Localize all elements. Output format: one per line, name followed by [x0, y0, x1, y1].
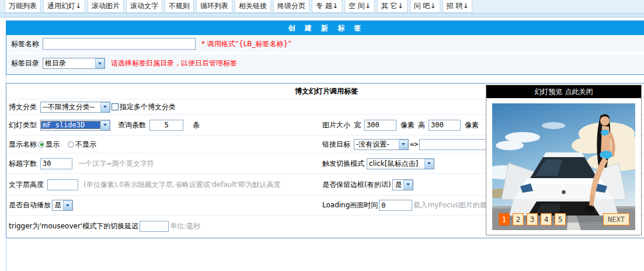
- pager-button-5[interactable]: 5: [555, 213, 566, 225]
- pager-next-button[interactable]: NEXT: [603, 213, 629, 225]
- menu-item-scroll-text[interactable]: 滚动文字: [126, 0, 162, 13]
- show-name-option-show: 显示: [46, 140, 60, 150]
- image-height-input[interactable]: [429, 120, 461, 131]
- chevron-down-icon: [424, 159, 434, 169]
- show-name-radio-hide[interactable]: [68, 141, 74, 148]
- query-count-unit: 条: [193, 120, 200, 130]
- menu-item-loop-list[interactable]: 循环列表: [196, 0, 232, 13]
- keep-border-select-value: 是: [393, 180, 403, 190]
- slide-type-select[interactable]: mF_slide3D: [40, 120, 110, 131]
- menu-item-universal-list[interactable]: 万能列表: [5, 0, 41, 13]
- chevron-down-icon: [100, 102, 110, 112]
- create-tag-box: 创 建 新 标 签 标签名称 * 调用格式“{LB_标签名称}” 标签目录 根目…: [6, 20, 644, 75]
- tag-dir-hint: 请选择标签归属目录，以便日后管理标签: [111, 58, 237, 68]
- slideshow-image[interactable]: [492, 103, 635, 230]
- trigger-mode-select[interactable]: click[鼠标点击]: [367, 158, 434, 169]
- menu-divider-band: [0, 13, 644, 18]
- trigger-mode-select-value: click[鼠标点击]: [367, 159, 424, 169]
- slide-preview-panel: 幻灯预览 点此关闭: [486, 85, 642, 235]
- query-count-label: 查询条数: [118, 120, 146, 130]
- pager-button-2[interactable]: 2: [513, 213, 524, 225]
- show-name-radio-show[interactable]: [38, 141, 44, 148]
- tag-name-hint: * 调用格式“{LB_标签名称}”: [201, 39, 291, 49]
- link-target-label: 链接目标: [322, 140, 350, 150]
- title-chars-hint: 一个汉字=两个英文字符: [78, 159, 154, 169]
- top-menu-bar: 万能列表 通用幻灯↓ 滚动图片 滚动文字 不规则 循环列表 相关链接 终级分页 …: [0, 0, 644, 13]
- chevron-down-icon: [403, 180, 413, 190]
- trigger-delay-hint: 单位:毫秒: [170, 221, 200, 231]
- slide-type-label: 幻灯类型: [9, 120, 37, 130]
- image-width-input[interactable]: [364, 120, 396, 131]
- multi-category-checkbox[interactable]: [112, 103, 119, 110]
- auto-play-select-value: 是: [53, 200, 63, 210]
- menu-item-topics[interactable]: 专 题↓: [312, 0, 342, 13]
- text-layer-input[interactable]: [47, 179, 78, 190]
- trigger-delay-input[interactable]: [140, 221, 169, 232]
- multi-category-label: 指定多个博文分类: [120, 102, 176, 112]
- slide-type-select-value: mF_slide3D: [41, 121, 100, 129]
- image-width-label: 宽: [354, 120, 361, 130]
- preview-pager: 1 2 3 4 5: [499, 213, 566, 225]
- text-layer-label: 文字层高度: [9, 180, 44, 190]
- loading-time-label: Loading画面时间: [322, 200, 378, 210]
- chevron-down-icon: [95, 58, 105, 68]
- image-width-unit: 像素: [401, 120, 415, 130]
- menu-item-general-slide[interactable]: 通用幻灯↓: [43, 0, 85, 13]
- tag-dir-select-value: 根目录: [43, 58, 95, 68]
- tag-dir-row: 标签目录 根目录 请选择标签归属目录，以便日后管理标签: [6, 54, 644, 73]
- trigger-mode-label: 触发切换模式: [322, 159, 364, 169]
- show-name-option-hide: 不显示: [75, 140, 96, 150]
- menu-item-other[interactable]: 其 它↓: [377, 0, 408, 13]
- auto-play-label: 是否自动播放: [9, 200, 51, 210]
- tag-name-input[interactable]: [43, 38, 196, 50]
- auto-play-select[interactable]: 是: [52, 200, 73, 211]
- link-target-select[interactable]: -没有设置-: [354, 139, 409, 150]
- tag-dir-label: 标签目录: [11, 58, 39, 68]
- image-size-label: 图片大小: [322, 120, 350, 130]
- pager-button-1[interactable]: 1: [499, 213, 510, 225]
- menu-item-related-links[interactable]: 相关链接: [235, 0, 271, 13]
- pager-button-4[interactable]: 4: [541, 213, 552, 225]
- text-layer-hint: (单位像素),0表示隐藏文字层,省略设置或'default'即为默认高度: [83, 180, 280, 190]
- trigger-delay-label: trigger为'mouseover'模式下的切换延迟: [9, 221, 138, 231]
- tag-name-row: 标签名称 * 调用格式“{LB_标签名称}”: [6, 35, 644, 54]
- blog-category-select-value: --不限博文分类--: [41, 102, 100, 112]
- preview-stage: 1 2 3 4 5 NEXT: [492, 103, 635, 230]
- blog-category-label: 博文分类: [9, 102, 37, 112]
- menu-item-ask[interactable]: 问 吧↓: [410, 0, 440, 13]
- keep-border-label: 是否保留边框(有的话): [322, 180, 391, 190]
- menu-item-recruit[interactable]: 招 聘↓: [443, 0, 473, 13]
- menu-item-irregular[interactable]: 不规则: [165, 0, 194, 13]
- menu-item-final-paging[interactable]: 终级分页: [273, 0, 309, 13]
- menu-item-scroll-image[interactable]: 滚动图片: [88, 0, 124, 13]
- show-name-label: 显示名称: [9, 140, 37, 150]
- loading-time-input[interactable]: [379, 200, 412, 211]
- title-chars-label: 标题字数: [9, 159, 37, 169]
- keep-border-select[interactable]: 是: [392, 179, 413, 190]
- preview-close-header[interactable]: 幻灯预览 点此关闭: [486, 85, 641, 98]
- title-chars-input[interactable]: [40, 158, 72, 169]
- tag-name-label: 标签名称: [11, 39, 39, 49]
- chevron-down-icon: [100, 120, 110, 130]
- query-count-input[interactable]: [149, 120, 183, 131]
- blog-category-select[interactable]: --不限博文分类--: [40, 102, 110, 113]
- menu-item-space[interactable]: 空 间↓: [344, 0, 375, 13]
- pager-button-3[interactable]: 3: [527, 213, 538, 225]
- tag-dir-select[interactable]: 根目录: [43, 58, 105, 69]
- link-target-arrow: =>: [410, 140, 418, 148]
- chevron-down-icon: [399, 140, 408, 150]
- create-tag-header: 创 建 新 标 签: [6, 21, 644, 35]
- chevron-down-icon: [63, 200, 72, 210]
- link-target-select-value: -没有设置-: [354, 140, 399, 150]
- image-height-label: 高: [418, 120, 425, 130]
- image-height-unit: 像素: [465, 120, 479, 130]
